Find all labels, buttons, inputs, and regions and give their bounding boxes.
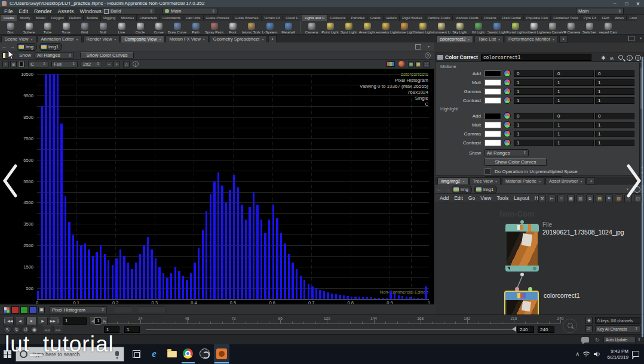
shelf-tab-pyro-fx[interactable]: Pyro FX bbox=[581, 15, 600, 21]
new-pane-tab-button[interactable]: + bbox=[587, 177, 595, 185]
range-slider[interactable] bbox=[146, 329, 515, 330]
task-view-icon[interactable] bbox=[133, 350, 140, 358]
shelf-tool-torus[interactable]: Torus bbox=[57, 23, 75, 34]
param-value-field[interactable]: 1 bbox=[514, 140, 553, 146]
shelf-tool-line[interactable]: Line bbox=[112, 23, 131, 34]
shelf-tab-fluid-contai[interactable]: Fluid Contai bbox=[499, 15, 524, 21]
clock[interactable]: 9:43 PM 6/21/2019 bbox=[607, 348, 628, 360]
shelf-tool-caustic-light[interactable]: Caustic Light bbox=[487, 23, 506, 34]
color-swatch[interactable] bbox=[484, 79, 501, 86]
param-value-field[interactable]: 1 bbox=[514, 97, 553, 104]
network-menu-layout[interactable]: Layout bbox=[514, 195, 529, 201]
tab-caret-icon[interactable]: ▾ bbox=[495, 179, 497, 183]
show-color-curves-button[interactable]: Show Color Curves bbox=[484, 158, 547, 166]
path-chip-img1[interactable]: img1 bbox=[39, 43, 62, 51]
shelf-tool-vr-camera[interactable]: VR Camera bbox=[562, 23, 580, 34]
message-bubble-icon[interactable] bbox=[581, 337, 589, 343]
param-help-icon[interactable]: ? bbox=[635, 55, 641, 61]
pane-link-icon[interactable] bbox=[415, 44, 421, 50]
zoom-in-icon[interactable]: + bbox=[114, 61, 120, 67]
range-end2-field[interactable]: 240 bbox=[538, 326, 554, 333]
maximize-button[interactable]: □ bbox=[621, 0, 632, 7]
show-color-curves-button[interactable]: Show Color Curves bbox=[80, 52, 134, 58]
color-swatch[interactable] bbox=[484, 122, 501, 128]
network-menu-edit[interactable]: Edit bbox=[454, 195, 463, 201]
range-start2-field[interactable]: 1 bbox=[124, 326, 140, 333]
path-chip-img[interactable]: img bbox=[452, 186, 472, 193]
shelf-tool-area-light[interactable]: Area Light bbox=[358, 23, 376, 34]
histogram-viewport[interactable]: colorcorrect1Pixel HistogramViewing 0 to… bbox=[0, 69, 434, 304]
video-prev-chevron[interactable] bbox=[1, 164, 19, 198]
unpremultiply-checkbox[interactable] bbox=[484, 168, 491, 175]
shelf-tool-l-system[interactable]: L-System bbox=[260, 23, 279, 34]
tab-caret-icon[interactable]: ▾ bbox=[463, 179, 465, 183]
shelf-tab-fem[interactable]: FEM bbox=[599, 15, 612, 21]
flag-icon[interactable]: ⚑ bbox=[605, 195, 613, 202]
current-frame-field[interactable]: 1 bbox=[63, 317, 87, 325]
color-swatch[interactable] bbox=[484, 113, 501, 119]
shelf-tool-metaball[interactable]: Metaball bbox=[279, 23, 298, 34]
gear-icon[interactable]: ✱ bbox=[600, 55, 606, 61]
shelf-tab-collisions[interactable]: Collisions bbox=[328, 15, 349, 21]
shelf-tool-distant-light[interactable]: Distant Light bbox=[413, 23, 432, 34]
jump-end-button[interactable]: ▶▶▕ bbox=[49, 317, 59, 325]
pane-tab-performance-monitor[interactable]: Performance Monitor▾ bbox=[505, 35, 558, 42]
shelf-tool-grid[interactable]: Grid bbox=[75, 23, 94, 34]
color-swatch[interactable] bbox=[484, 140, 501, 146]
green-channel-icon[interactable] bbox=[20, 306, 28, 314]
stop-button[interactable]: ■ bbox=[26, 317, 36, 325]
shelf-tool-circle[interactable]: Circle bbox=[131, 23, 149, 34]
param-value-field[interactable]: 1 bbox=[554, 97, 594, 104]
menu-file[interactable]: File bbox=[4, 8, 13, 14]
new-pane-tab-button[interactable]: + bbox=[559, 35, 568, 43]
param-value-field[interactable]: 1 bbox=[554, 79, 594, 86]
file-node-header[interactable] bbox=[505, 224, 539, 232]
color-wheel-icon[interactable] bbox=[504, 70, 511, 77]
shelf-tool-gamepad-camera[interactable]: Gamepad Camera bbox=[599, 23, 617, 34]
node-name-field[interactable]: colorcorrect1 bbox=[481, 54, 591, 61]
shelf-tool-platonic-solids[interactable]: Platonic Solids bbox=[242, 23, 260, 34]
param-info-icon[interactable]: i bbox=[627, 55, 633, 61]
viewer-mode-dropdown[interactable]: Pixel Histogram⇕ bbox=[50, 306, 107, 313]
param-value-field[interactable]: 1 bbox=[595, 97, 634, 104]
chrome-icon[interactable] bbox=[183, 348, 193, 359]
key-icon[interactable]: ◆ bbox=[585, 317, 593, 324]
pane-tab-img-img2[interactable]: /img/img2▾ bbox=[437, 177, 468, 184]
shelf-tab-wires[interactable]: Wires bbox=[612, 15, 627, 21]
path-chip-img1[interactable]: img1 bbox=[474, 186, 497, 193]
shelf-tool-spray-paint[interactable]: Spray Paint bbox=[205, 23, 223, 34]
file-node-output-dot[interactable] bbox=[520, 273, 524, 276]
home-view-icon[interactable]: ⌂ bbox=[123, 61, 130, 67]
param-value-field[interactable]: 0 bbox=[514, 113, 553, 119]
param-value-field[interactable]: 1 bbox=[554, 88, 594, 95]
shelf-tab-polygon[interactable]: Polygon bbox=[48, 15, 67, 21]
shelf-tool-sky-light[interactable]: Sky Light bbox=[450, 23, 469, 34]
shelf-tab-guide-brushes[interactable]: Guide Brushes bbox=[232, 15, 262, 21]
pointer-toggle-icon[interactable]: • bbox=[2, 61, 9, 67]
forward-icon[interactable]: → bbox=[8, 44, 17, 50]
main-scheme-dropdown[interactable]: Main⇕ bbox=[162, 8, 217, 14]
color-swatch[interactable] bbox=[484, 97, 501, 104]
pane-tab-animation-editor[interactable]: Animation Editor▾ bbox=[38, 35, 82, 42]
pane-tab-composite-view[interactable]: Composite View▾ bbox=[121, 35, 164, 42]
network-menu-tools[interactable]: Tools bbox=[496, 195, 508, 201]
shelf-tab-oceans[interactable]: Oceans bbox=[482, 15, 499, 21]
tab-caret-icon[interactable]: ▾ bbox=[159, 37, 161, 41]
color-wheel-icon[interactable] bbox=[504, 121, 511, 128]
tab-caret-icon[interactable]: ▾ bbox=[468, 37, 470, 41]
param-value-field[interactable]: 0 bbox=[595, 70, 634, 77]
shelf-tool-sphere[interactable]: Sphere bbox=[20, 23, 38, 34]
red-channel-icon[interactable] bbox=[11, 306, 19, 314]
refresh-icon[interactable]: ↻ bbox=[594, 336, 601, 343]
tab-caret-icon[interactable]: ▾ bbox=[553, 37, 554, 41]
shelf-tool-geometry-light[interactable]: Geometry Light bbox=[376, 23, 395, 34]
color-wheel-icon[interactable] bbox=[504, 139, 511, 146]
new-pane-tab-button[interactable]: + bbox=[268, 35, 277, 43]
param-value-field[interactable]: 1 bbox=[595, 122, 634, 128]
shelf-tab-constraints[interactable]: Constraints bbox=[160, 15, 183, 21]
desktop-build-dropdown[interactable]: Build⇕ bbox=[102, 8, 155, 14]
playhead-flag[interactable]: 1 bbox=[94, 317, 102, 325]
pane-tab-material-palette[interactable]: Material Palette▾ bbox=[502, 177, 544, 184]
help-icon[interactable]: ? bbox=[425, 53, 431, 58]
shelf-tab-particle-fluids[interactable]: Particle Fluids bbox=[425, 15, 453, 21]
